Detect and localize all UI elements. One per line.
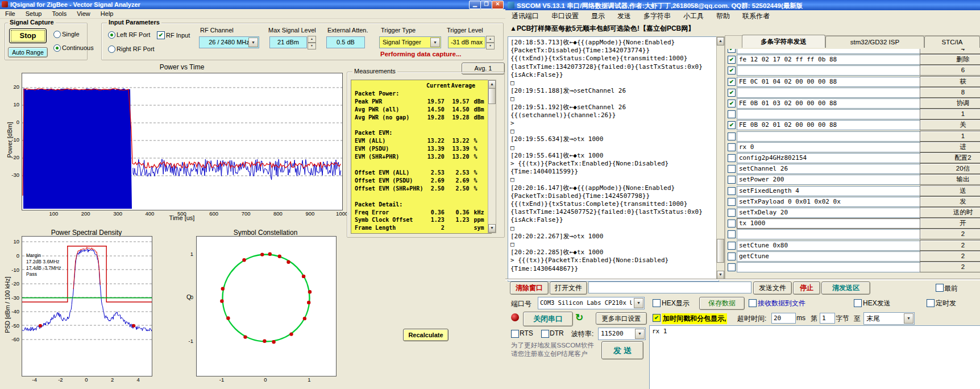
receive-console[interactable]: [20:18:53.713]收←◆{{(appMode)}{None:Enabl… bbox=[508, 36, 719, 282]
rf-input-checkbox[interactable]: ✔ bbox=[157, 31, 165, 39]
right-rf-port-radio[interactable] bbox=[108, 45, 115, 53]
send-file-button[interactable]: 发送文件 bbox=[753, 282, 792, 295]
stop-send-button[interactable]: 停止 bbox=[793, 282, 820, 295]
tab-multisend[interactable]: 多条字符串发送 bbox=[742, 35, 825, 48]
multisend-field[interactable]: FE 0B 01 03 02 00 00 00 88 bbox=[737, 98, 922, 109]
multisend-checkbox[interactable] bbox=[728, 176, 736, 184]
multisend-field[interactable]: FE 0B 02 01 02 00 00 00 88 bbox=[737, 120, 922, 130]
open-file-button[interactable]: 打开文件 bbox=[550, 282, 587, 295]
multisend-checkbox[interactable] bbox=[728, 242, 736, 250]
scroll-down-icon[interactable]: ▼ bbox=[717, 271, 724, 279]
multisend-send-button[interactable]: 关 bbox=[920, 119, 980, 130]
sscom-menu-item-5[interactable]: 小工具 bbox=[677, 11, 710, 22]
chevron-down-icon[interactable]: ▼ bbox=[248, 38, 258, 47]
multisend-checkbox[interactable]: ✔ bbox=[728, 67, 736, 75]
close-port-button[interactable]: 关闭串口 bbox=[523, 312, 573, 326]
close-button[interactable]: ✕ bbox=[492, 1, 504, 9]
sscom-menu-item-1[interactable]: 串口设置 bbox=[545, 11, 585, 22]
rts-checkbox[interactable] bbox=[511, 330, 519, 338]
multisend-field[interactable] bbox=[737, 109, 922, 119]
multisend-checkbox[interactable]: ✔ bbox=[728, 56, 736, 64]
spin-up-icon[interactable]: ▲ bbox=[486, 36, 495, 43]
max-signal-spinner[interactable]: ▲ ▼ bbox=[308, 36, 316, 49]
multisend-checkbox[interactable] bbox=[728, 220, 736, 227]
multisend-checkbox[interactable] bbox=[728, 230, 736, 238]
multisend-send-button[interactable]: 开 bbox=[920, 218, 980, 229]
multisend-field[interactable]: config2p4GHz802154 bbox=[737, 153, 922, 163]
chevron-down-icon[interactable]: ▼ bbox=[634, 298, 643, 308]
menu-item-view[interactable]: View bbox=[72, 10, 95, 18]
send-button[interactable]: 发 送 bbox=[601, 341, 643, 359]
recalculate-button[interactable]: Recalculate bbox=[403, 329, 449, 341]
save-data-button[interactable]: 保存数据 bbox=[699, 297, 745, 310]
hex-display-checkbox[interactable] bbox=[653, 299, 661, 307]
clear-send-button[interactable]: 清发送区 bbox=[821, 282, 870, 295]
timeout-field[interactable]: 20 bbox=[771, 313, 796, 324]
multisend-checkbox[interactable] bbox=[728, 165, 736, 173]
multisend-field[interactable]: setPower 200 bbox=[737, 175, 922, 185]
multisend-checkbox[interactable] bbox=[728, 154, 736, 162]
multisend-send-button[interactable]: 进 bbox=[920, 142, 980, 152]
spin-up-icon[interactable]: ▲ bbox=[308, 36, 316, 43]
scroll-up-icon[interactable]: ▲ bbox=[717, 37, 724, 45]
scroll-down-icon[interactable]: ▼ bbox=[488, 224, 496, 233]
multisend-send-button[interactable]: 输出 bbox=[920, 174, 980, 185]
multisend-field[interactable]: FE 0C 01 04 02 00 00 00 88 bbox=[737, 77, 922, 87]
file-path-field[interactable] bbox=[588, 282, 751, 293]
multisend-send-button[interactable]: 配置2 bbox=[920, 152, 980, 163]
multisend-field[interactable] bbox=[737, 262, 922, 272]
console-scrollbar[interactable]: ▲ ▼ bbox=[716, 36, 725, 280]
multisend-send-button[interactable]: 获 bbox=[920, 76, 980, 87]
menu-item-setup[interactable]: Setup bbox=[20, 10, 47, 18]
sscom-menu-item-0[interactable]: 通讯端口 bbox=[505, 11, 545, 22]
max-signal-field[interactable]: 21 dBm bbox=[269, 36, 307, 48]
sscom-menu-item-2[interactable]: 显示 bbox=[585, 11, 611, 22]
baud-select[interactable]: 115200 ▼ bbox=[598, 328, 646, 340]
multisend-send-button[interactable]: 2 bbox=[920, 229, 980, 239]
multisend-checkbox[interactable]: ✔ bbox=[728, 49, 736, 53]
multisend-send-button[interactable]: 20信 bbox=[920, 163, 980, 174]
trigger-level-field[interactable]: -31 dB max bbox=[448, 36, 485, 48]
multisend-send-button[interactable]: 协调 bbox=[920, 98, 980, 109]
multisend-send-button[interactable]: 2 bbox=[920, 251, 980, 262]
refresh-ports-icon[interactable]: ↻ bbox=[575, 312, 583, 324]
multisend-checkbox[interactable] bbox=[728, 133, 736, 140]
dtr-checkbox[interactable] bbox=[541, 330, 549, 338]
timed-send-checkbox[interactable] bbox=[927, 299, 935, 307]
multisend-field[interactable]: setCtune 0x80 bbox=[737, 241, 922, 251]
multisend-checkbox[interactable] bbox=[728, 198, 736, 206]
timestamp-checkbox[interactable]: ✔ bbox=[653, 314, 661, 322]
sscom-titlebar[interactable]: SSCOM V5.13.1 串口/网络数据调试器,作者:大虾丁丁,2618058… bbox=[505, 0, 980, 10]
multisend-send-button[interactable]: 送的时 bbox=[920, 207, 980, 218]
multisend-field[interactable] bbox=[737, 131, 922, 142]
multisend-field[interactable]: rx 0 bbox=[737, 142, 922, 152]
trigger-type-select[interactable]: Signal Trigger ▼ bbox=[379, 36, 441, 48]
multisend-checkbox[interactable]: ✔ bbox=[728, 121, 736, 129]
multisend-checkbox[interactable] bbox=[728, 209, 736, 217]
multisend-field[interactable] bbox=[737, 88, 922, 98]
auto-range-button[interactable]: Auto Range bbox=[8, 47, 48, 57]
continuous-radio[interactable] bbox=[53, 44, 61, 52]
port-select[interactable]: COM3 Silicon Labs CP210x U ▼ bbox=[538, 297, 645, 309]
multisend-send-button[interactable]: 4 bbox=[920, 49, 980, 54]
minimize-button[interactable]: ▁ bbox=[469, 1, 481, 9]
sscom-menu-item-7[interactable]: 联系作者 bbox=[736, 11, 776, 22]
chevron-down-icon[interactable]: ▼ bbox=[635, 329, 645, 339]
pos-field[interactable]: 1 bbox=[820, 313, 835, 324]
multisend-field[interactable]: setTxDelay 20 bbox=[737, 208, 922, 218]
multisend-checkbox[interactable] bbox=[728, 110, 736, 118]
iqsignal-titlebar[interactable]: IQsignal for ZigBee - Vector Signal Anal… bbox=[0, 0, 505, 9]
multisend-checkbox[interactable] bbox=[728, 187, 736, 195]
sscom-menu-item-4[interactable]: 多字符串 bbox=[637, 11, 677, 22]
left-rf-port-radio[interactable] bbox=[108, 31, 115, 39]
multisend-field[interactable]: fe 12 02 17 02 ff ff 0b 88 bbox=[737, 55, 922, 65]
chevron-down-icon[interactable]: ▼ bbox=[430, 38, 440, 47]
hex-send-checkbox[interactable] bbox=[854, 299, 862, 307]
multisend-field[interactable]: tx 1000 bbox=[737, 218, 922, 229]
clear-window-button[interactable]: 清除窗口 bbox=[510, 282, 549, 295]
sscom-menu-item-6[interactable]: 帮助 bbox=[710, 11, 736, 22]
multisend-send-button[interactable]: 2 bbox=[920, 262, 980, 272]
multisend-checkbox[interactable] bbox=[728, 143, 736, 151]
multisend-checkbox[interactable]: ✔ bbox=[728, 100, 736, 107]
measurements-scrollbar[interactable]: ▲ ▼ bbox=[488, 80, 496, 233]
